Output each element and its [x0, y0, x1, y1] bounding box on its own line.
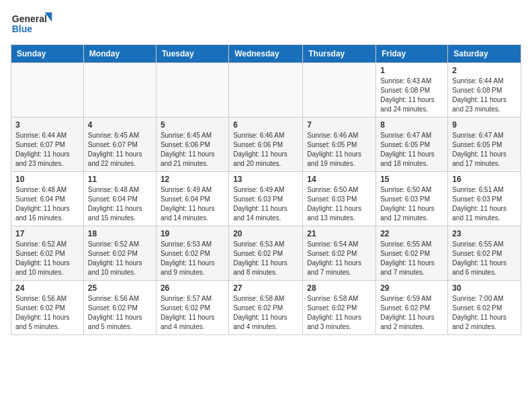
- calendar-day-cell: 25Sunrise: 6:56 AM Sunset: 6:02 PM Dayli…: [83, 281, 156, 335]
- day-info: Sunrise: 6:47 AM Sunset: 6:05 PM Dayligh…: [380, 131, 443, 169]
- day-info: Sunrise: 6:46 AM Sunset: 6:05 PM Dayligh…: [307, 131, 371, 169]
- calendar-day-cell: 10Sunrise: 6:48 AM Sunset: 6:04 PM Dayli…: [11, 172, 84, 226]
- day-number: 12: [161, 175, 224, 184]
- calendar-week-row: 1Sunrise: 6:43 AM Sunset: 6:08 PM Daylig…: [11, 63, 521, 118]
- day-info: Sunrise: 6:50 AM Sunset: 6:03 PM Dayligh…: [307, 185, 371, 223]
- calendar-day-cell: [303, 63, 376, 118]
- day-number: 8: [380, 120, 443, 130]
- day-info: Sunrise: 6:48 AM Sunset: 6:04 PM Dayligh…: [88, 185, 152, 223]
- day-number: 30: [452, 283, 517, 293]
- day-number: 11: [88, 175, 152, 184]
- day-number: 17: [15, 229, 79, 238]
- day-number: 10: [15, 175, 79, 184]
- calendar-day-cell: 24Sunrise: 6:56 AM Sunset: 6:02 PM Dayli…: [11, 281, 84, 335]
- day-info: Sunrise: 7:00 AM Sunset: 6:02 PM Dayligh…: [452, 294, 517, 332]
- day-info: Sunrise: 6:49 AM Sunset: 6:03 PM Dayligh…: [233, 185, 298, 223]
- day-info: Sunrise: 6:47 AM Sunset: 6:05 PM Dayligh…: [452, 131, 517, 169]
- day-number: 21: [307, 229, 371, 238]
- day-info: Sunrise: 6:54 AM Sunset: 6:02 PM Dayligh…: [307, 240, 371, 277]
- calendar-day-cell: 1Sunrise: 6:43 AM Sunset: 6:08 PM Daylig…: [376, 63, 448, 118]
- calendar-day-cell: 28Sunrise: 6:58 AM Sunset: 6:02 PM Dayli…: [303, 281, 376, 335]
- calendar-day-cell: 18Sunrise: 6:52 AM Sunset: 6:02 PM Dayli…: [83, 226, 156, 281]
- day-info: Sunrise: 6:55 AM Sunset: 6:02 PM Dayligh…: [452, 240, 517, 277]
- day-info: Sunrise: 6:59 AM Sunset: 6:02 PM Dayligh…: [380, 294, 443, 332]
- day-number: 14: [307, 175, 371, 184]
- day-info: Sunrise: 6:44 AM Sunset: 6:07 PM Dayligh…: [15, 131, 79, 169]
- day-number: 19: [161, 229, 224, 238]
- day-number: 15: [380, 175, 443, 184]
- calendar-day-cell: 14Sunrise: 6:50 AM Sunset: 6:03 PM Dayli…: [303, 172, 376, 226]
- day-number: 18: [88, 229, 152, 238]
- day-info: Sunrise: 6:56 AM Sunset: 6:02 PM Dayligh…: [88, 294, 152, 332]
- day-number: 26: [161, 283, 224, 293]
- calendar-day-cell: 17Sunrise: 6:52 AM Sunset: 6:02 PM Dayli…: [11, 226, 84, 281]
- day-number: 29: [380, 283, 443, 293]
- calendar-day-cell: 11Sunrise: 6:48 AM Sunset: 6:04 PM Dayli…: [83, 172, 156, 226]
- logo-icon: GeneralBlue: [11, 11, 58, 38]
- day-info: Sunrise: 6:44 AM Sunset: 6:08 PM Dayligh…: [452, 77, 517, 114]
- calendar-day-cell: 7Sunrise: 6:46 AM Sunset: 6:05 PM Daylig…: [303, 118, 376, 172]
- logo: GeneralBlue: [11, 11, 58, 38]
- day-info: Sunrise: 6:57 AM Sunset: 6:02 PM Dayligh…: [161, 294, 224, 332]
- day-number: 7: [307, 120, 371, 130]
- calendar-day-cell: 2Sunrise: 6:44 AM Sunset: 6:08 PM Daylig…: [448, 63, 521, 118]
- calendar-header-row: SundayMondayTuesdayWednesdayThursdayFrid…: [11, 45, 521, 63]
- day-number: 9: [452, 120, 517, 130]
- day-info: Sunrise: 6:55 AM Sunset: 6:02 PM Dayligh…: [380, 240, 443, 277]
- calendar-day-cell: 27Sunrise: 6:58 AM Sunset: 6:02 PM Dayli…: [229, 281, 303, 335]
- calendar-table: SundayMondayTuesdayWednesdayThursdayFrid…: [11, 44, 521, 335]
- day-info: Sunrise: 6:58 AM Sunset: 6:02 PM Dayligh…: [233, 294, 298, 332]
- day-number: 4: [88, 120, 152, 130]
- weekday-header: Saturday: [448, 45, 521, 63]
- day-info: Sunrise: 6:46 AM Sunset: 6:06 PM Dayligh…: [233, 131, 298, 169]
- day-info: Sunrise: 6:56 AM Sunset: 6:02 PM Dayligh…: [15, 294, 79, 332]
- day-number: 5: [161, 120, 224, 130]
- weekday-header: Sunday: [11, 45, 84, 63]
- day-info: Sunrise: 6:43 AM Sunset: 6:08 PM Dayligh…: [380, 77, 443, 114]
- day-number: 27: [233, 283, 298, 293]
- day-info: Sunrise: 6:45 AM Sunset: 6:07 PM Dayligh…: [88, 131, 152, 169]
- weekday-header: Tuesday: [156, 45, 228, 63]
- day-number: 13: [233, 175, 298, 184]
- calendar-day-cell: 20Sunrise: 6:53 AM Sunset: 6:02 PM Dayli…: [229, 226, 303, 281]
- calendar-day-cell: 23Sunrise: 6:55 AM Sunset: 6:02 PM Dayli…: [448, 226, 521, 281]
- weekday-header: Monday: [83, 45, 156, 63]
- calendar-week-row: 10Sunrise: 6:48 AM Sunset: 6:04 PM Dayli…: [11, 172, 521, 226]
- calendar-day-cell: 6Sunrise: 6:46 AM Sunset: 6:06 PM Daylig…: [229, 118, 303, 172]
- day-number: 2: [452, 66, 517, 75]
- svg-text:Blue: Blue: [12, 24, 33, 34]
- day-number: 25: [88, 283, 152, 293]
- calendar-day-cell: 29Sunrise: 6:59 AM Sunset: 6:02 PM Dayli…: [376, 281, 448, 335]
- day-info: Sunrise: 6:48 AM Sunset: 6:04 PM Dayligh…: [15, 185, 79, 223]
- calendar-day-cell: 22Sunrise: 6:55 AM Sunset: 6:02 PM Dayli…: [376, 226, 448, 281]
- calendar-week-row: 3Sunrise: 6:44 AM Sunset: 6:07 PM Daylig…: [11, 118, 521, 172]
- calendar-day-cell: 3Sunrise: 6:44 AM Sunset: 6:07 PM Daylig…: [11, 118, 84, 172]
- calendar-day-cell: 9Sunrise: 6:47 AM Sunset: 6:05 PM Daylig…: [448, 118, 521, 172]
- day-number: 28: [307, 283, 371, 293]
- day-number: 22: [380, 229, 443, 238]
- day-info: Sunrise: 6:53 AM Sunset: 6:02 PM Dayligh…: [161, 240, 224, 277]
- calendar-day-cell: 19Sunrise: 6:53 AM Sunset: 6:02 PM Dayli…: [156, 226, 228, 281]
- calendar-day-cell: 15Sunrise: 6:50 AM Sunset: 6:03 PM Dayli…: [376, 172, 448, 226]
- day-info: Sunrise: 6:45 AM Sunset: 6:06 PM Dayligh…: [161, 131, 224, 169]
- day-info: Sunrise: 6:49 AM Sunset: 6:04 PM Dayligh…: [161, 185, 224, 223]
- page-header: GeneralBlue: [11, 11, 521, 38]
- calendar-week-row: 24Sunrise: 6:56 AM Sunset: 6:02 PM Dayli…: [11, 281, 521, 335]
- day-info: Sunrise: 6:53 AM Sunset: 6:02 PM Dayligh…: [233, 240, 298, 277]
- calendar-day-cell: [11, 63, 84, 118]
- calendar-week-row: 17Sunrise: 6:52 AM Sunset: 6:02 PM Dayli…: [11, 226, 521, 281]
- day-info: Sunrise: 6:50 AM Sunset: 6:03 PM Dayligh…: [380, 185, 443, 223]
- day-number: 3: [15, 120, 79, 130]
- calendar-day-cell: 13Sunrise: 6:49 AM Sunset: 6:03 PM Dayli…: [229, 172, 303, 226]
- calendar-day-cell: [83, 63, 156, 118]
- calendar-day-cell: [156, 63, 228, 118]
- calendar-day-cell: [229, 63, 303, 118]
- weekday-header: Thursday: [303, 45, 376, 63]
- day-info: Sunrise: 6:51 AM Sunset: 6:03 PM Dayligh…: [452, 185, 517, 223]
- day-info: Sunrise: 6:52 AM Sunset: 6:02 PM Dayligh…: [88, 240, 152, 277]
- day-number: 6: [233, 120, 298, 130]
- calendar-day-cell: 21Sunrise: 6:54 AM Sunset: 6:02 PM Dayli…: [303, 226, 376, 281]
- calendar-day-cell: 30Sunrise: 7:00 AM Sunset: 6:02 PM Dayli…: [448, 281, 521, 335]
- calendar-day-cell: 26Sunrise: 6:57 AM Sunset: 6:02 PM Dayli…: [156, 281, 228, 335]
- day-number: 1: [380, 66, 443, 75]
